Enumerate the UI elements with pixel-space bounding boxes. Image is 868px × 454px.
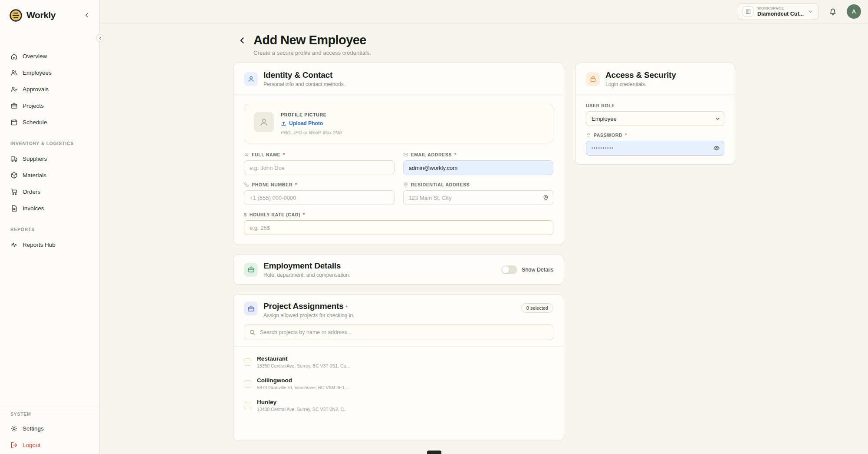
user-role-field-group: USER ROLE Employee: [586, 103, 724, 126]
search-icon: [249, 329, 256, 336]
sidebar-item-suppliers[interactable]: Suppliers: [6, 150, 93, 167]
mail-icon: [403, 152, 408, 157]
page-title: Add New Employee: [253, 33, 371, 47]
access-security-card: Access & Security Login credentials. USE…: [575, 63, 735, 165]
project-checkbox[interactable]: [244, 402, 251, 409]
sidebar-item-label: Overview: [23, 53, 47, 60]
identity-card-header: Identity & Contact Personal info and con…: [233, 63, 564, 95]
phone-label: PHONE NUMBER *: [244, 182, 395, 187]
briefcase-icon: [244, 302, 258, 315]
project-checkbox[interactable]: [244, 358, 251, 366]
sidebar-item-orders[interactable]: Orders: [6, 183, 93, 200]
bottom-overlay-pill: [427, 451, 441, 454]
project-row-restaurant[interactable]: Restaurant 13350 Central Ave, Surrey, BC…: [244, 351, 553, 373]
security-card-body: USER ROLE Employee PASSWORD *: [575, 95, 735, 164]
full-name-input[interactable]: [244, 160, 395, 175]
sidebar-item-settings[interactable]: Settings: [6, 420, 93, 437]
address-input[interactable]: [403, 190, 554, 205]
user-role-select[interactable]: Employee: [586, 111, 724, 126]
hourly-rate-field-group: $ HOURLY RATE (CAD) *: [244, 212, 553, 235]
sidebar-item-label: Approvals: [23, 86, 49, 93]
security-column: Access & Security Login credentials. USE…: [575, 63, 735, 165]
employment-details-card: Employment Details Role, department, and…: [233, 255, 564, 285]
users-icon: [10, 69, 18, 76]
sidebar-section-inventory: INVENTORY & LOGISTICS: [10, 141, 89, 146]
projects-card-title: Project Assignments *: [263, 302, 354, 311]
project-row-collingwood[interactable]: Collingwood 5970 Granville St, Vancouver…: [244, 373, 553, 394]
sidebar-item-label: Materials: [23, 172, 46, 179]
sidebar-item-employees[interactable]: Employees: [6, 64, 93, 81]
sidebar-collapse-icon[interactable]: [82, 10, 92, 20]
sidebar-item-label: Settings: [23, 425, 44, 432]
topbar: WORKSPACE Diamondcut Cut... A: [100, 0, 868, 23]
sidebar-item-invoices[interactable]: Invoices: [6, 200, 93, 216]
upload-photo-button[interactable]: Upload Photo: [281, 120, 323, 126]
show-password-eye-icon[interactable]: [713, 145, 720, 152]
required-marker: *: [625, 133, 627, 138]
activity-icon: [10, 241, 18, 249]
brand-name: Workly: [26, 10, 56, 20]
building-icon: [743, 6, 753, 17]
hourly-rate-label: $ HOURLY RATE (CAD) *: [244, 212, 553, 217]
required-marker: *: [454, 152, 457, 157]
full-name-label: FULL NAME *: [244, 152, 395, 157]
project-list: Restaurant 13350 Central Ave, Surrey, BC…: [233, 347, 564, 416]
briefcase-icon: [244, 263, 258, 277]
back-button[interactable]: [238, 36, 247, 46]
sidebar-item-schedule[interactable]: Schedule: [6, 114, 93, 130]
box-icon: [10, 172, 18, 179]
projects-card-subtitle: Assign allowed projects for checking in.: [263, 312, 354, 318]
profile-picture-label: PROFILE PICTURE: [281, 112, 343, 117]
user-check-icon: [10, 86, 18, 93]
security-card-header: Access & Security Login credentials.: [575, 63, 735, 95]
project-address: 5970 Granville St, Vancouver, BC V6M 3E1…: [257, 385, 349, 390]
upload-icon: [281, 121, 286, 126]
email-label: EMAIL ADDRESS *: [403, 152, 554, 157]
user-avatar[interactable]: A: [847, 4, 861, 19]
required-marker: *: [346, 305, 348, 310]
project-name: Hunley: [257, 399, 348, 405]
password-input[interactable]: [586, 141, 724, 156]
dollar-icon: $: [244, 212, 247, 217]
project-row-hunley[interactable]: Hunley 13438 Central Ave, Surrey, BC V3T…: [244, 394, 553, 416]
sidebar-toggle-button[interactable]: [96, 34, 104, 42]
employment-card-subtitle: Role, department, and compensation.: [263, 272, 496, 278]
sidebar-item-reports-hub[interactable]: Reports Hub: [6, 236, 93, 253]
security-card-subtitle: Login credentials.: [605, 81, 676, 87]
phone-input[interactable]: [244, 190, 395, 205]
notifications-bell-icon[interactable]: [829, 7, 837, 16]
show-details-toggle[interactable]: [501, 265, 517, 274]
project-search-zone: [233, 324, 564, 347]
brand-logo: Workly: [9, 8, 56, 23]
lock-icon: [586, 72, 600, 86]
workspace-name: Diamondcut Cut...: [757, 11, 804, 17]
required-marker: *: [283, 152, 285, 157]
address-field-group: RESIDENTIAL ADDRESS: [403, 182, 554, 205]
sidebar-item-logout[interactable]: Logout: [6, 437, 93, 453]
sidebar-item-label: Projects: [23, 103, 44, 109]
identity-fields-grid: FULL NAME * EMAIL ADDRESS *: [244, 152, 553, 235]
password-label: PASSWORD *: [586, 133, 724, 138]
upload-photo-label: Upload Photo: [289, 120, 323, 126]
hourly-rate-input[interactable]: [244, 220, 553, 235]
project-search-input[interactable]: [244, 325, 553, 340]
sidebar-section-reports: REPORTS: [10, 227, 89, 232]
sidebar-item-label: Suppliers: [23, 156, 47, 162]
pin-icon: [542, 195, 549, 201]
sidebar-item-materials[interactable]: Materials: [6, 167, 93, 183]
sidebar-item-label: Schedule: [23, 119, 47, 126]
sidebar-item-approvals[interactable]: Approvals: [6, 81, 93, 97]
email-input[interactable]: [403, 160, 554, 175]
project-checkbox[interactable]: [244, 380, 251, 388]
show-details-label: Show Details: [522, 267, 553, 273]
logout-icon: [10, 441, 18, 449]
calendar-icon: [10, 119, 18, 126]
sidebar-item-overview[interactable]: Overview: [6, 48, 93, 64]
gear-icon: [10, 425, 18, 432]
identity-card-title: Identity & Contact: [263, 70, 345, 80]
project-name: Collingwood: [257, 377, 349, 384]
sidebar-header: Workly: [0, 0, 99, 30]
workspace-selector[interactable]: WORKSPACE Diamondcut Cut...: [737, 3, 819, 20]
sidebar-item-projects[interactable]: Projects: [6, 97, 93, 114]
chevron-left-icon: [238, 36, 247, 45]
